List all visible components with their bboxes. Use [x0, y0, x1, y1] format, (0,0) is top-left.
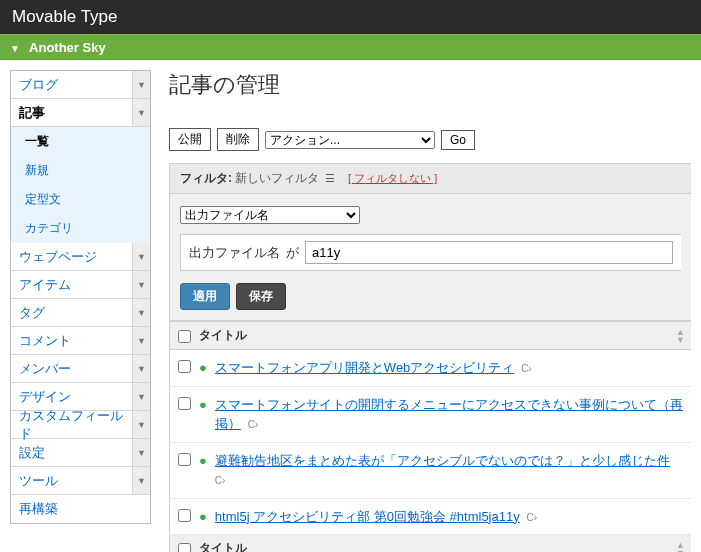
chevron-down-icon[interactable]: ▼ [132, 327, 150, 354]
entry-title-link[interactable]: スマートフォンサイトの開閉するメニューにアクセスできない事例について（再掲） [215, 397, 683, 432]
permalink-icon[interactable]: C› [245, 419, 258, 430]
row-checkbox[interactable] [178, 509, 191, 522]
sidebar-item-label[interactable]: 再構築 [11, 495, 150, 523]
site-bar[interactable]: ▼ Another Sky [0, 34, 701, 60]
sidebar-item[interactable]: アイテム▼ [11, 271, 150, 299]
sidebar-item[interactable]: メンバー▼ [11, 355, 150, 383]
submenu: 一覧新規定型文カテゴリ [11, 127, 150, 243]
filter-value-input[interactable] [305, 241, 673, 264]
filter-bar: フィルタ: 新しいフィルタ ☰ [ フィルタしない ] [169, 163, 691, 194]
site-name: Another Sky [29, 40, 106, 55]
page-title: 記事の管理 [169, 70, 691, 100]
sidebar-item[interactable]: カスタムフィールド▼ [11, 411, 150, 439]
entry-title: 避難勧告地区をまとめた表が「アクセシブルでないのでは？」と少し感じた件 C› [215, 451, 683, 490]
filter-cond-label: 出力ファイル名 [189, 244, 280, 262]
entry-title-link[interactable]: スマートフォンアプリ開発とWebアクセシビリティ [215, 360, 515, 375]
submenu-item[interactable]: 定型文 [11, 185, 150, 214]
filter-field-select[interactable]: 出力ファイル名 [180, 206, 360, 224]
delete-button[interactable]: 削除 [217, 128, 259, 151]
permalink-icon[interactable]: C› [215, 475, 226, 486]
sidebar-item-label[interactable]: アイテム [11, 271, 132, 298]
table-row: ●html5j アクセシビリティ部 第0回勉強会 #html5ja11y C› [169, 499, 691, 536]
col-title[interactable]: タイトル [199, 327, 683, 344]
chevron-down-icon[interactable]: ▼ [132, 411, 150, 438]
entry-title: html5j アクセシビリティ部 第0回勉強会 #html5ja11y C› [215, 507, 683, 527]
row-checkbox[interactable] [178, 360, 191, 373]
status-published-icon: ● [199, 509, 207, 524]
row-checkbox[interactable] [178, 453, 191, 466]
sidebar-item[interactable]: ツール▼ [11, 467, 150, 495]
sidebar-item[interactable]: コメント▼ [11, 327, 150, 355]
chevron-down-icon[interactable]: ▼ [132, 243, 150, 270]
main: 記事の管理 公開 削除 アクション... Go フィルタ: 新しいフィルタ ☰ … [169, 70, 691, 552]
sidebar-item[interactable]: ブログ▼ [11, 71, 150, 99]
toolbar: 公開 削除 アクション... Go [169, 128, 691, 151]
table-row: ●避難勧告地区をまとめた表が「アクセシブルでないのでは？」と少し感じた件 C› [169, 443, 691, 499]
filter-body: 出力ファイル名 出力ファイル名 が 適用 保存 [169, 194, 691, 321]
status-published-icon: ● [199, 453, 207, 468]
select-all-checkbox[interactable] [178, 330, 191, 343]
clear-filter-link[interactable]: [ フィルタしない ] [348, 172, 437, 184]
action-select[interactable]: アクション... [265, 131, 435, 149]
sidebar-item-label[interactable]: タグ [11, 299, 132, 326]
table-row: ●スマートフォンサイトの開閉するメニューにアクセスできない事例について（再掲） … [169, 387, 691, 443]
filter-condition: 出力ファイル名 が [180, 234, 681, 271]
entry-title: スマートフォンアプリ開発とWebアクセシビリティ C› [215, 358, 683, 378]
topbar: Movable Type [0, 0, 701, 34]
sort-icon-bottom[interactable]: ▲▼ [676, 541, 685, 553]
filter-name[interactable]: 新しいフィルタ [235, 171, 319, 185]
chevron-down-icon[interactable]: ▼ [132, 71, 150, 98]
chevron-down-icon[interactable]: ▼ [132, 383, 150, 410]
sidebar-item[interactable]: 再構築 [11, 495, 150, 523]
apply-filter-button[interactable]: 適用 [180, 283, 230, 310]
chevron-down-icon[interactable]: ▼ [132, 299, 150, 326]
sidebar-item[interactable]: 設定▼ [11, 439, 150, 467]
sidebar-item-label[interactable]: 設定 [11, 439, 132, 466]
sidebar-item[interactable]: ウェブページ▼ [11, 243, 150, 271]
status-published-icon: ● [199, 360, 207, 375]
go-button[interactable]: Go [441, 130, 475, 150]
filter-list-icon[interactable]: ☰ [325, 172, 335, 184]
site-collapse-icon: ▼ [10, 43, 20, 54]
sidebar-item-label[interactable]: コメント [11, 327, 132, 354]
publish-button[interactable]: 公開 [169, 128, 211, 151]
entry-title-link[interactable]: 避難勧告地区をまとめた表が「アクセシブルでないのでは？」と少し感じた件 [215, 453, 670, 468]
select-all-checkbox-bottom[interactable] [178, 543, 191, 552]
col-title-bottom[interactable]: タイトル [199, 540, 683, 552]
row-checkbox[interactable] [178, 397, 191, 410]
sort-icon[interactable]: ▲▼ [676, 328, 685, 344]
chevron-down-icon[interactable]: ▼ [132, 99, 150, 126]
list-header: タイトル ▲▼ [169, 321, 691, 350]
filter-cond-op: が [286, 244, 299, 262]
submenu-item[interactable]: 新規 [11, 156, 150, 185]
brand-name: Movable Type [12, 7, 118, 26]
submenu-item[interactable]: カテゴリ [11, 214, 150, 243]
chevron-down-icon[interactable]: ▼ [132, 355, 150, 382]
sidebar-item-label[interactable]: カスタムフィールド [11, 411, 132, 438]
status-published-icon: ● [199, 397, 207, 412]
sidebar-item[interactable]: タグ▼ [11, 299, 150, 327]
sidebar-item-label[interactable]: ウェブページ [11, 243, 132, 270]
list-footer: タイトル ▲▼ [169, 535, 691, 552]
sidebar: ブログ▼記事▼一覧新規定型文カテゴリウェブページ▼アイテム▼タグ▼コメント▼メン… [10, 70, 151, 524]
entry-title-link[interactable]: html5j アクセシビリティ部 第0回勉強会 #html5ja11y [215, 509, 520, 524]
save-filter-button[interactable]: 保存 [236, 283, 286, 310]
filter-label: フィルタ: [180, 171, 232, 185]
permalink-icon[interactable]: C› [518, 363, 531, 374]
sidebar-item-label[interactable]: ブログ [11, 71, 132, 98]
sidebar-item[interactable]: 記事▼ [11, 99, 150, 127]
table-row: ●スマートフォンアプリ開発とWebアクセシビリティ C› [169, 350, 691, 387]
submenu-item[interactable]: 一覧 [11, 127, 150, 156]
sidebar-item-label[interactable]: 記事 [11, 99, 132, 126]
chevron-down-icon[interactable]: ▼ [132, 271, 150, 298]
chevron-down-icon[interactable]: ▼ [132, 467, 150, 494]
permalink-icon[interactable]: C› [524, 512, 537, 523]
entry-title: スマートフォンサイトの開閉するメニューにアクセスできない事例について（再掲） C… [215, 395, 683, 434]
chevron-down-icon[interactable]: ▼ [132, 439, 150, 466]
sidebar-item-label[interactable]: ツール [11, 467, 132, 494]
sidebar-item-label[interactable]: メンバー [11, 355, 132, 382]
